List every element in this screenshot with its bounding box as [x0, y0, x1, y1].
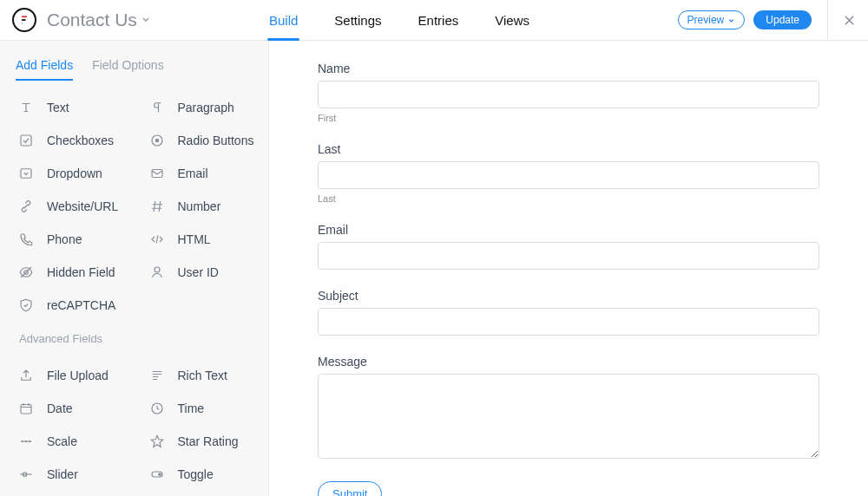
svg-point-6: [155, 267, 160, 272]
sidebar-tab-add-fields[interactable]: Add Fields: [16, 58, 73, 81]
field-type-dropdown[interactable]: Dropdown: [3, 157, 135, 190]
tab-build[interactable]: Build: [269, 0, 298, 40]
field-label: HTML: [178, 232, 211, 246]
field-label: Paragraph: [178, 101, 234, 114]
code-icon: [148, 231, 166, 248]
preview-button[interactable]: Preview: [678, 10, 746, 29]
field-type-time[interactable]: Time: [135, 392, 266, 425]
field-label: Website/URL: [47, 199, 118, 213]
email-icon: [148, 165, 166, 182]
close-button[interactable]: [840, 11, 858, 29]
field-label: Text: [47, 101, 69, 114]
field-type-file-upload[interactable]: File Upload: [3, 359, 135, 392]
form-field-subject[interactable]: Subject: [318, 289, 819, 336]
field-type-date[interactable]: Date: [3, 392, 135, 425]
form-field-email[interactable]: Email: [318, 223, 819, 270]
field-label: Date: [47, 401, 73, 415]
form-field-message[interactable]: Message: [318, 355, 819, 462]
rich-text-icon: [148, 367, 166, 384]
field-label: Subject: [318, 289, 819, 303]
number-icon: [148, 198, 166, 215]
form-title-button[interactable]: Contact Us: [47, 10, 151, 30]
field-type-scale[interactable]: Scale: [3, 425, 135, 458]
field-type-email[interactable]: Email: [135, 157, 266, 190]
field-label: Last: [318, 142, 819, 156]
field-type-phone[interactable]: Phone: [3, 223, 135, 256]
tab-views[interactable]: Views: [495, 0, 529, 40]
shield-check-icon: [17, 297, 35, 314]
basic-fields-grid: Text Paragraph Checkboxes Radio Buttons …: [0, 81, 268, 322]
caret-down-icon: [727, 16, 735, 24]
sidebar: Add Fields Field Options Text Paragraph …: [0, 41, 269, 496]
preview-button-label: Preview: [687, 15, 725, 25]
field-type-dynamic[interactable]: Dynamic: [3, 491, 135, 496]
form-field-name[interactable]: Name First: [318, 62, 819, 123]
last-name-input[interactable]: [318, 161, 819, 189]
field-type-lookup[interactable]: Lookup: [135, 491, 266, 496]
svg-rect-7: [21, 405, 31, 414]
advanced-fields-heading: Advanced Fields: [0, 322, 268, 349]
clock-icon: [148, 400, 166, 417]
field-type-text[interactable]: Text: [3, 91, 135, 124]
topbar-actions: Preview Update: [678, 0, 858, 40]
field-label: Hidden Field: [47, 265, 115, 279]
field-label: Rich Text: [178, 369, 227, 382]
update-button[interactable]: Update: [753, 10, 812, 29]
field-type-hidden[interactable]: Hidden Field: [3, 256, 135, 289]
field-type-radio[interactable]: Radio Buttons: [135, 124, 266, 157]
field-label: Phone: [47, 232, 82, 246]
svg-rect-4: [152, 170, 162, 178]
field-label: Name: [318, 62, 819, 75]
field-label: Email: [178, 166, 208, 180]
field-type-checkboxes[interactable]: Checkboxes: [3, 124, 135, 157]
text-icon: [17, 99, 35, 116]
field-type-number[interactable]: Number: [135, 190, 266, 223]
topnav: Build Settings Entries Views: [269, 0, 529, 40]
radio-icon: [148, 132, 166, 149]
upload-icon: [17, 367, 35, 384]
svg-rect-0: [21, 135, 31, 146]
dropdown-icon: [17, 165, 35, 182]
field-type-star-rating[interactable]: Star Rating: [135, 425, 266, 458]
field-label: Number: [178, 199, 221, 213]
field-type-user-id[interactable]: User ID: [135, 256, 266, 289]
svg-rect-3: [21, 169, 31, 179]
first-name-input[interactable]: [318, 81, 819, 108]
field-label: Scale: [47, 434, 77, 448]
message-textarea[interactable]: [318, 374, 819, 459]
field-type-rich-text[interactable]: Rich Text: [135, 359, 266, 392]
field-type-paragraph[interactable]: Paragraph: [135, 91, 266, 124]
field-label: Checkboxes: [47, 134, 114, 147]
field-label: Slider: [47, 467, 78, 481]
field-label: Time: [178, 401, 205, 415]
field-label: Message: [318, 355, 819, 369]
eye-off-icon: [17, 264, 35, 281]
field-label: Dropdown: [47, 166, 102, 180]
user-icon: [148, 264, 166, 281]
field-sublabel: Last: [318, 193, 819, 204]
link-icon: [17, 198, 35, 215]
field-type-url[interactable]: Website/URL: [3, 190, 135, 223]
subject-input[interactable]: [318, 308, 819, 336]
tab-settings[interactable]: Settings: [334, 0, 381, 40]
topbar: Contact Us Build Settings Entries Views …: [0, 0, 868, 41]
svg-point-2: [155, 139, 159, 143]
field-type-html[interactable]: HTML: [135, 223, 266, 256]
sidebar-tab-field-options[interactable]: Field Options: [92, 58, 163, 81]
field-type-slider[interactable]: Slider: [3, 458, 135, 491]
form-field-last[interactable]: Last Last: [318, 142, 819, 204]
field-label: Radio Buttons: [178, 134, 254, 147]
paragraph-icon: [148, 99, 166, 116]
email-input[interactable]: [318, 242, 819, 270]
toggle-icon: [148, 466, 166, 483]
field-type-recaptcha[interactable]: reCAPTCHA: [3, 289, 135, 322]
tab-entries[interactable]: Entries: [418, 0, 459, 40]
submit-button[interactable]: Submit: [318, 481, 382, 496]
app-logo-icon: [12, 8, 36, 32]
star-icon: [148, 433, 166, 450]
field-label: File Upload: [47, 369, 108, 382]
sidebar-tabs: Add Fields Field Options: [0, 41, 268, 81]
brand-wrap: Contact Us: [0, 8, 269, 32]
field-type-toggle[interactable]: Toggle: [135, 458, 266, 491]
field-label: reCAPTCHA: [47, 298, 115, 312]
